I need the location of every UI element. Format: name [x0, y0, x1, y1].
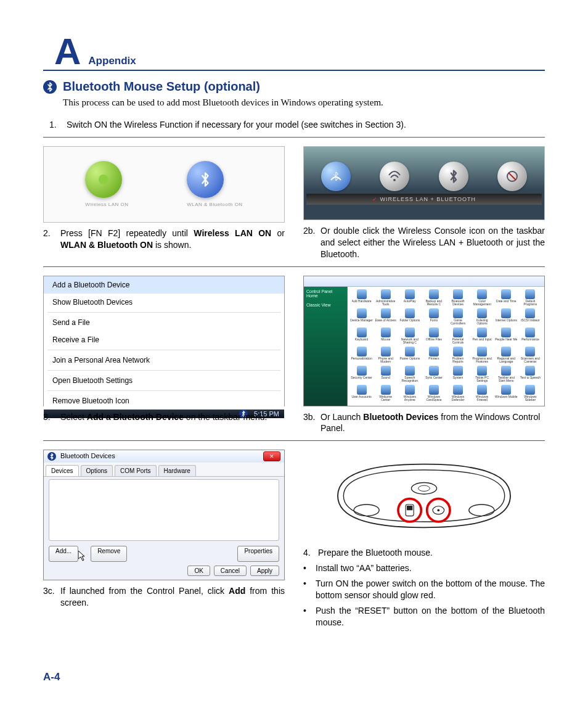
- tab-com-ports[interactable]: COM Ports: [115, 465, 156, 476]
- control-panel-item[interactable]: Device Manager: [350, 308, 373, 325]
- control-panel-item[interactable]: User Accounts: [350, 385, 373, 401]
- row-step3c: Bluetooth Devices ✕ Devices Options COM …: [43, 450, 545, 628]
- control-panel-item[interactable]: Tablet PC Settings: [471, 366, 494, 382]
- step-4: 4. Prepare the Bluetooth mouse.: [303, 547, 545, 559]
- control-panel-item[interactable]: Windows Mobile: [495, 385, 518, 401]
- control-panel-item[interactable]: Scanners and Cameras: [519, 347, 542, 363]
- control-panel-item[interactable]: Printers: [422, 347, 445, 363]
- bullet-icon: •: [303, 605, 316, 628]
- dialog-device-list: [49, 479, 279, 541]
- control-panel-item[interactable]: Bluetooth Devices: [447, 289, 470, 306]
- cancel-button[interactable]: Cancel: [214, 566, 247, 576]
- control-panel-item[interactable]: Keyboard: [350, 327, 373, 344]
- properties-button[interactable]: Properties: [237, 546, 279, 562]
- svg-rect-9: [407, 506, 412, 510]
- t: If launched from the Control Panel, clic…: [60, 586, 229, 596]
- control-panel-item[interactable]: Fonts: [422, 308, 445, 325]
- tab-options[interactable]: Options: [81, 465, 113, 476]
- close-button[interactable]: ✕: [263, 451, 280, 461]
- context-menu[interactable]: Add a Bluetooth Device Show Bluetooth De…: [44, 276, 284, 410]
- tab-devices[interactable]: Devices: [46, 465, 79, 476]
- console-off-icon: [497, 162, 527, 191]
- control-panel-item[interactable]: Folder Options: [398, 308, 421, 325]
- control-panel-item[interactable]: Speech Recognition: [398, 366, 421, 382]
- control-panel-item[interactable]: Regional and Language: [495, 347, 518, 363]
- appendix-letter: A: [54, 37, 81, 67]
- appendix-header: A Appendix: [43, 37, 545, 71]
- control-panel-item[interactable]: Text to Speech: [519, 366, 542, 382]
- control-panel-item[interactable]: People Near Me: [495, 327, 518, 344]
- control-panel-item[interactable]: Power Options: [398, 347, 421, 363]
- control-panel-item[interactable]: Color Management: [471, 289, 494, 306]
- control-panel-item[interactable]: Problem Reports: [447, 347, 470, 363]
- control-panel-sidebar: Control Panel Home Classic View: [304, 287, 348, 406]
- control-panel-item[interactable]: Indexing Options: [471, 308, 494, 325]
- control-panel-item[interactable]: Programs and Features: [471, 347, 494, 363]
- dialog-titlebar: Bluetooth Devices ✕: [44, 450, 284, 463]
- control-panel-item[interactable]: Network and Sharing C: [398, 327, 421, 344]
- t: or: [271, 228, 285, 238]
- control-panel-item[interactable]: Windows CardSpace: [422, 385, 445, 401]
- sidebar-label[interactable]: Classic View: [304, 300, 347, 310]
- add-button[interactable]: Add...: [49, 546, 78, 562]
- apply-button[interactable]: Apply: [250, 566, 279, 576]
- control-panel-item[interactable]: Sound: [374, 366, 397, 382]
- control-panel-item[interactable]: Personalization: [350, 347, 373, 363]
- remove-button[interactable]: Remove: [91, 546, 127, 562]
- t: on the taskbar menu.: [184, 412, 267, 422]
- control-panel-item[interactable]: AutoPlay: [398, 289, 421, 306]
- menu-item[interactable]: Receive a File: [44, 331, 284, 348]
- step-2b-text: Or double click the Wireless Console ico…: [321, 225, 545, 260]
- control-panel-item[interactable]: Welcome Center: [374, 385, 397, 401]
- tab-hardware[interactable]: Hardware: [158, 465, 196, 476]
- control-panel-item[interactable]: Ease of Access: [374, 308, 397, 325]
- control-panel-item[interactable]: Windows Firewall: [471, 385, 494, 401]
- menu-item[interactable]: Show Bluetooth Devices: [44, 294, 284, 311]
- control-panel-item[interactable]: Windows Sidebar: [519, 385, 542, 401]
- menu-item-add-bluetooth[interactable]: Add a Bluetooth Device: [44, 276, 284, 294]
- console-bar-text: WIRELESS LAN + BLUETOOTH: [380, 196, 476, 202]
- bullet-text: Push the “RESET” button on the bottom of…: [316, 605, 545, 628]
- control-panel-item[interactable]: Administrative Tools: [374, 289, 397, 306]
- control-panel-item[interactable]: Add Hardware: [350, 289, 373, 306]
- control-panel-item[interactable]: Performance: [519, 327, 542, 344]
- control-panel-item[interactable]: Offline Files: [422, 327, 445, 344]
- control-panel-item[interactable]: Mouse: [374, 327, 397, 344]
- check-icon: ✓: [372, 196, 378, 202]
- menu-item[interactable]: Join a Personal Area Network: [44, 352, 284, 369]
- control-panel-item[interactable]: Default Programs: [519, 289, 542, 306]
- row-step3: Add a Bluetooth Device Show Bluetooth De…: [43, 276, 545, 435]
- step-3-text: Select Add a Bluetooth Device on the tas…: [60, 411, 285, 423]
- control-panel-item[interactable]: Windows Defender: [447, 385, 470, 401]
- figure-control-panel: Control Panel Home Classic View Add Hard…: [303, 276, 545, 406]
- control-panel-item[interactable]: Parental Controls: [447, 327, 470, 344]
- step-4-number: 4.: [303, 547, 318, 559]
- cursor-icon: [78, 551, 87, 562]
- menu-item[interactable]: Remove Bluetooth Icon: [44, 392, 284, 410]
- t: Wireless LAN ON: [194, 228, 271, 238]
- mouse-diagram: [303, 453, 545, 539]
- divider: [43, 266, 545, 267]
- control-panel-item[interactable]: Internet Options: [495, 308, 518, 325]
- menu-item[interactable]: Send a File: [44, 314, 284, 331]
- control-panel-item[interactable]: Pen and Input: [471, 327, 494, 344]
- bullet-icon: •: [303, 578, 316, 601]
- control-panel-item[interactable]: Phone and Modem: [374, 347, 397, 363]
- step-3b-text: Or Launch Bluetooth Devices from the Win…: [321, 411, 545, 435]
- control-panel-item[interactable]: Backup and Restore C: [422, 289, 445, 306]
- step-3c-number: 3c.: [43, 585, 60, 609]
- sidebar-label[interactable]: Control Panel Home: [304, 287, 347, 300]
- control-panel-item[interactable]: Game Controllers: [447, 308, 470, 325]
- control-panel-titlebar: [304, 276, 544, 287]
- control-panel-item[interactable]: System: [447, 366, 470, 382]
- control-panel-item[interactable]: Taskbar and Start Menu: [495, 366, 518, 382]
- control-panel-item[interactable]: Windows Anytime: [398, 385, 421, 401]
- control-panel-item[interactable]: Security Center: [350, 366, 373, 382]
- control-panel-item[interactable]: Date and Time: [495, 289, 518, 306]
- control-panel-item[interactable]: iSCSI Initiator: [519, 308, 542, 325]
- menu-item[interactable]: Open Bluetooth Settings: [44, 372, 284, 389]
- figure-bluetooth-devices-dialog: Bluetooth Devices ✕ Devices Options COM …: [43, 450, 285, 580]
- orb-caption-2: WLAN & Bluetooth ON: [187, 202, 242, 207]
- control-panel-item[interactable]: Sync Center: [422, 366, 445, 382]
- ok-button[interactable]: OK: [187, 566, 210, 576]
